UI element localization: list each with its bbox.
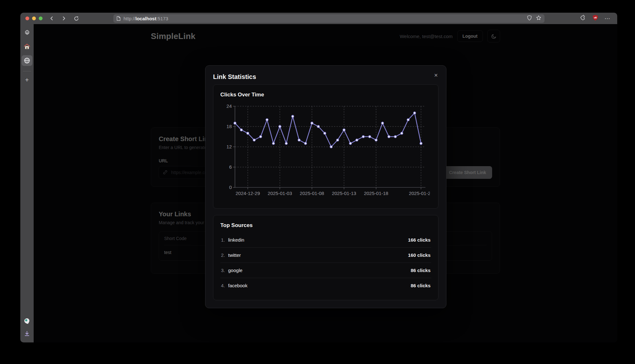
sources-list: 1.linkedin 166 clicks 2.twitter 160 clic… <box>220 232 431 293</box>
new-tab-plus-icon[interactable]: + <box>22 75 32 85</box>
data-point <box>401 132 403 134</box>
workspace-pin-icon[interactable] <box>23 318 30 326</box>
url-port: :5173 <box>156 16 168 21</box>
data-point <box>388 136 390 138</box>
source-row: 3.google 86 clicks <box>220 263 431 278</box>
browser-toolbar: http://localhost:5173 uB ⋯ <box>20 13 617 24</box>
data-point <box>253 139 255 141</box>
data-point <box>420 142 422 145</box>
data-point <box>311 122 313 124</box>
svg-text:2025-01-13: 2025-01-13 <box>332 191 356 196</box>
close-window-button[interactable] <box>25 16 29 20</box>
chart-title: Clicks Over Time <box>220 92 431 98</box>
data-point <box>266 119 268 121</box>
svg-text:2024-12-29: 2024-12-29 <box>236 191 260 196</box>
source-clicks: 86 clicks <box>411 268 431 273</box>
svg-text:0: 0 <box>229 185 232 190</box>
bookmark-star-icon[interactable] <box>536 15 541 22</box>
active-tab-globe-icon[interactable] <box>22 55 32 66</box>
line-chart-svg: 061218242024-12-292025-01-032025-01-0820… <box>220 102 430 200</box>
minimize-window-button[interactable] <box>32 16 36 20</box>
reload-icon[interactable] <box>74 16 79 21</box>
data-point <box>247 132 249 134</box>
url-scheme: http:// <box>124 16 136 21</box>
svg-text:2025-01-18: 2025-01-18 <box>364 191 388 196</box>
page-icon <box>117 16 121 21</box>
sidebar-divider <box>23 71 31 71</box>
source-row: 4.facebook 86 clicks <box>220 278 431 293</box>
link-statistics-modal: Link Statistics × Clicks Over Time 06121… <box>205 65 446 308</box>
data-point <box>279 126 281 128</box>
data-point <box>337 139 339 141</box>
svg-text:18: 18 <box>226 124 232 129</box>
source-rank: 4. <box>221 283 225 288</box>
data-point <box>413 112 416 114</box>
source-rank: 3. <box>221 268 225 273</box>
source-name: google <box>228 268 243 273</box>
source-name: facebook <box>228 283 248 288</box>
data-point <box>375 139 377 141</box>
svg-text:uB: uB <box>594 16 597 19</box>
data-point <box>304 142 307 145</box>
data-point <box>343 129 345 131</box>
browser-window: http://localhost:5173 uB ⋯ + <box>20 13 617 342</box>
data-point <box>234 122 236 124</box>
data-point <box>381 122 384 124</box>
ublock-icon[interactable]: uB <box>592 15 598 22</box>
source-name: linkedin <box>228 237 244 243</box>
page-content: SimpleLink Welcome, test@test.com Logout… <box>34 24 617 342</box>
data-point <box>362 136 364 138</box>
extensions-icon[interactable] <box>580 15 586 22</box>
clicks-chart-card: Clicks Over Time 061218242024-12-292025-… <box>213 84 438 209</box>
data-point <box>285 142 287 145</box>
source-clicks: 166 clicks <box>408 237 431 243</box>
svg-text:12: 12 <box>226 144 232 149</box>
sources-title: Top Sources <box>220 222 431 229</box>
clicks-over-time-chart: 061218242024-12-292025-01-032025-01-0820… <box>220 102 431 201</box>
svg-text:24: 24 <box>226 103 232 109</box>
shield-icon[interactable] <box>527 15 532 22</box>
source-rank: 2. <box>221 252 225 258</box>
modal-title: Link Statistics <box>213 73 438 81</box>
data-point <box>259 136 262 138</box>
data-point <box>291 115 294 118</box>
data-point <box>356 139 358 141</box>
settings-gear-icon[interactable] <box>22 27 32 38</box>
back-icon[interactable] <box>50 16 54 21</box>
data-point <box>369 136 371 138</box>
url-bar[interactable]: http://localhost:5173 <box>113 14 545 23</box>
data-point <box>349 142 351 145</box>
data-point <box>298 139 300 141</box>
data-point <box>394 136 397 138</box>
svg-text:2025-01-03: 2025-01-03 <box>268 191 292 196</box>
source-clicks: 160 clicks <box>408 252 431 258</box>
top-sources-card: Top Sources 1.linkedin 166 clicks 2.twit… <box>213 215 438 300</box>
source-row: 2.twitter 160 clicks <box>220 248 431 263</box>
forward-icon[interactable] <box>62 16 66 21</box>
url-host: localhost <box>136 16 157 21</box>
source-clicks: 86 clicks <box>411 283 431 288</box>
data-point <box>330 146 332 148</box>
svg-text:6: 6 <box>229 164 232 170</box>
data-point <box>240 129 243 131</box>
home-tab-icon[interactable] <box>22 41 32 52</box>
browser-sidebar: + <box>20 24 34 342</box>
data-point <box>272 142 275 145</box>
data-point <box>317 126 319 128</box>
close-icon[interactable]: × <box>431 71 440 80</box>
svg-text:2025-01-25: 2025-01-25 <box>409 191 430 196</box>
zoom-window-button[interactable] <box>39 16 43 20</box>
downloads-icon[interactable] <box>24 330 30 338</box>
data-point <box>324 132 326 134</box>
nav-buttons <box>50 16 79 21</box>
source-row: 1.linkedin 166 clicks <box>220 232 431 248</box>
data-point <box>407 119 409 121</box>
source-name: twitter <box>228 252 241 258</box>
svg-text:2025-01-08: 2025-01-08 <box>300 191 324 196</box>
menu-icon[interactable]: ⋯ <box>605 15 610 22</box>
traffic-lights <box>25 16 43 20</box>
source-rank: 1. <box>221 237 225 243</box>
toolbar-right: uB ⋯ <box>580 15 610 22</box>
